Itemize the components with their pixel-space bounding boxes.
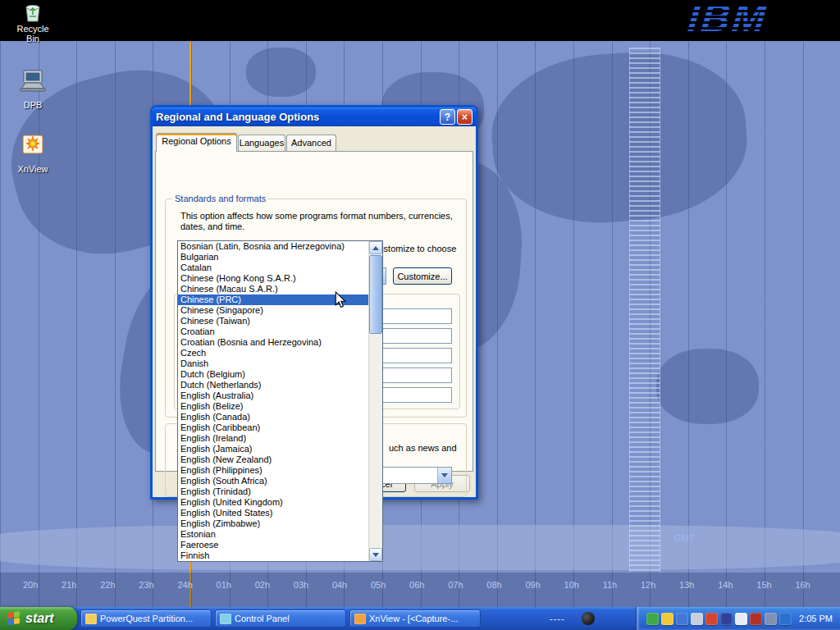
- tray-icon-7[interactable]: [735, 613, 747, 625]
- arrow-down-icon: [372, 553, 379, 557]
- taskbar-button[interactable]: PowerQuest Partition...: [80, 609, 212, 628]
- language-option[interactable]: Estonian: [178, 529, 368, 540]
- tray-icon-4[interactable]: [691, 613, 703, 625]
- tray-icon-10[interactable]: [779, 613, 792, 625]
- timezone-label: 13h: [679, 580, 694, 590]
- arrow-up-icon: [372, 246, 379, 250]
- taskbar-clock[interactable]: 2:05 PM: [799, 614, 833, 623]
- language-option[interactable]: English (Canada): [178, 412, 368, 422]
- standards-description: This option affects how some programs fo…: [180, 211, 468, 232]
- close-button[interactable]: ×: [457, 109, 472, 125]
- timezone-label: 15h: [756, 580, 771, 590]
- language-option[interactable]: Dutch (Belgium): [178, 369, 368, 380]
- language-option[interactable]: Catalan: [178, 262, 368, 273]
- dialog-titlebar[interactable]: Regional and Language Options ? ×: [153, 107, 476, 126]
- taskbar-button-label: PowerQuest Partition...: [100, 614, 193, 623]
- language-option[interactable]: Finnish: [178, 550, 368, 561]
- language-option[interactable]: Chinese (Taiwan): [178, 316, 368, 326]
- help-button[interactable]: ?: [440, 109, 455, 125]
- language-option[interactable]: English (Trinidad): [178, 486, 368, 497]
- language-option[interactable]: English (Zimbabwe): [178, 518, 368, 529]
- language-option[interactable]: Dutch (Netherlands): [178, 380, 368, 390]
- desktop-icon-xnview[interactable]: XnView: [7, 133, 59, 174]
- timezone-labels: 20h21h22h23h24h01h02h03h04h05h06h07h08h0…: [23, 580, 810, 590]
- taskbar-button-label: Control Panel: [235, 614, 290, 623]
- timezone-label: 04h: [332, 580, 347, 590]
- language-option[interactable]: English (New Zealand): [178, 454, 368, 465]
- language-option[interactable]: Faeroese: [178, 540, 368, 550]
- taskbar-button[interactable]: XnView - [<Capture-...: [349, 609, 481, 628]
- desktop-icon-recycle-bin[interactable]: Recycle Bin: [10, 1, 56, 43]
- language-option[interactable]: English (Ireland): [178, 433, 368, 444]
- gmt-label: GMT: [674, 533, 694, 543]
- deskband-label[interactable]: ----: [550, 614, 565, 623]
- ibm-logo: IBM: [686, 0, 770, 40]
- taskbar-button[interactable]: Control Panel: [215, 609, 346, 628]
- desktop-icon-label: XnView: [7, 164, 59, 174]
- timezone-label: 14h: [718, 580, 733, 590]
- folder-icon: [85, 614, 97, 624]
- language-option[interactable]: Czech: [178, 348, 368, 358]
- timezone-label: 23h: [139, 580, 153, 590]
- timezone-label: 07h: [448, 580, 463, 590]
- laptop-icon: [18, 69, 48, 94]
- language-list: Bosnian (Latin, Bosnia and Herzegovina)B…: [178, 241, 368, 561]
- language-option[interactable]: English (United States): [178, 508, 368, 518]
- map-continent: [246, 48, 316, 97]
- start-button-label: start: [25, 611, 54, 626]
- language-option[interactable]: English (South Africa): [178, 476, 368, 486]
- timezone-label: 11h: [603, 580, 618, 590]
- tray-icon-6[interactable]: [720, 613, 733, 625]
- desktop-icon-dpb[interactable]: DPB: [7, 69, 59, 110]
- customize-button[interactable]: Customize...: [393, 267, 452, 285]
- timezone-label: 01h: [217, 580, 231, 590]
- language-option[interactable]: English (Caribbean): [178, 422, 368, 433]
- tab-languages[interactable]: Languages: [238, 135, 285, 152]
- timezone-label: 05h: [371, 580, 386, 590]
- language-option[interactable]: English (Jamaica): [178, 444, 368, 454]
- language-option[interactable]: English (Philippines): [178, 465, 368, 476]
- unknown-taskbar-icon[interactable]: [582, 612, 595, 625]
- tray-icon-9[interactable]: [765, 613, 777, 625]
- recycle-bin-icon: [21, 1, 45, 22]
- language-option[interactable]: Chinese (Hong Kong S.A.R.): [178, 273, 368, 284]
- dateline-band: [629, 48, 660, 573]
- map-continent: [0, 525, 840, 570]
- timezone-label: 08h: [486, 580, 501, 590]
- taskbar-buttons: PowerQuest Partition...Control PanelXnVi…: [77, 609, 481, 628]
- list-scrollbar[interactable]: [368, 241, 382, 561]
- language-option[interactable]: Bulgarian: [178, 252, 368, 262]
- scroll-down-button[interactable]: [369, 548, 382, 561]
- language-dropdown: Bosnian (Latin, Bosnia and Herzegovina)B…: [177, 240, 383, 562]
- tray-icon-8[interactable]: [750, 613, 762, 625]
- language-option[interactable]: Croatian (Bosnia and Herzegovina): [178, 337, 368, 348]
- scroll-up-button[interactable]: [369, 241, 382, 254]
- language-option[interactable]: English (Belize): [178, 401, 368, 412]
- tab-regional-options[interactable]: Regional Options: [156, 133, 237, 152]
- xnview-icon: [354, 614, 366, 624]
- tray-icon-3[interactable]: [676, 613, 688, 625]
- language-option[interactable]: English (United Kingdom): [178, 497, 368, 508]
- chevron-down-icon[interactable]: [437, 468, 451, 483]
- timezone-label: 09h: [525, 580, 540, 590]
- timezone-label: 12h: [641, 580, 655, 590]
- start-button[interactable]: start: [0, 607, 77, 630]
- timezone-label: 24h: [177, 580, 192, 590]
- timezone-label: 03h: [294, 580, 308, 590]
- timezone-label: 16h: [795, 580, 810, 590]
- language-option[interactable]: Danish: [178, 358, 368, 369]
- tray-icons: [645, 613, 792, 625]
- language-option[interactable]: Croatian: [178, 326, 368, 337]
- language-option[interactable]: English (Australia): [178, 390, 368, 401]
- language-option[interactable]: Bosnian (Latin, Bosnia and Herzegovina): [178, 241, 368, 252]
- scroll-thumb[interactable]: [369, 255, 382, 334]
- desktop-icon-label: DPB: [7, 100, 59, 110]
- tab-advanced[interactable]: Advanced: [286, 135, 336, 152]
- taskbar-button-label: XnView - [<Capture-...: [369, 614, 458, 623]
- tray-icon-5[interactable]: [705, 613, 718, 625]
- top-black-bar: Recycle Bin IBM: [0, 0, 840, 41]
- tray-icon-1[interactable]: [646, 613, 659, 625]
- tray-icon-2[interactable]: [661, 613, 673, 625]
- timezone-label: 06h: [409, 580, 424, 590]
- standards-group-title: Standards and formats: [172, 194, 268, 203]
